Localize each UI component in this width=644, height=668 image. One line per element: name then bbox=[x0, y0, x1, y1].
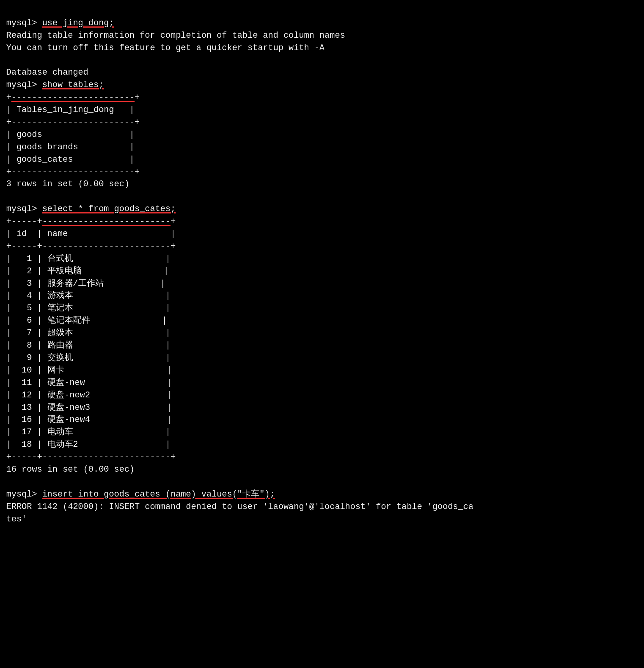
prompt-1: mysql> bbox=[6, 18, 42, 28]
table-border-1: +------------------------+ bbox=[6, 93, 140, 102]
prompt-3: mysql> bbox=[6, 204, 42, 214]
table2-row-8: | 8 | 路由器 | bbox=[6, 341, 170, 350]
table2-row-16: | 16 | 硬盘-new4 | bbox=[6, 415, 172, 425]
table2-border-3: +-----+-------------------------+ bbox=[6, 452, 176, 462]
table-header-1: | Tables_in_jing_dong | bbox=[6, 105, 135, 115]
table2-row-9: | 9 | 交换机 | bbox=[6, 353, 170, 363]
table2-row-10: | 10 | 网卡 | bbox=[6, 365, 172, 375]
table2-border-1: +-----+-------------------------+ bbox=[6, 217, 176, 226]
info-1: Reading table information for completion… bbox=[6, 31, 345, 40]
table2-row-18: | 18 | 电动车2 | bbox=[6, 440, 170, 449]
table2-row-5: | 5 | 笔记本 | bbox=[6, 303, 170, 313]
result-2: 16 rows in set (0.00 sec) bbox=[6, 465, 135, 474]
table2-row-7: | 7 | 超级本 | bbox=[6, 328, 170, 338]
error-line-2: tes' bbox=[6, 514, 27, 524]
cmd-1: use jing_dong; bbox=[42, 18, 114, 28]
result-1: 3 rows in set (0.00 sec) bbox=[6, 179, 130, 189]
cmd-2: show tables; bbox=[42, 80, 103, 90]
table2-header: | id | name | bbox=[6, 229, 176, 239]
table2-row-11: | 11 | 硬盘-new | bbox=[6, 378, 172, 388]
table-border-3: +------------------------+ bbox=[6, 167, 140, 177]
info-2: You can turn off this feature to get a q… bbox=[6, 43, 325, 53]
table-row-brands: | goods_brands | bbox=[6, 142, 135, 152]
table-row-goods: | goods | bbox=[6, 130, 135, 140]
table2-row-3: | 3 | 服务器/工作站 | bbox=[6, 279, 165, 289]
terminal-output: mysql> use jing_dong; Reading table info… bbox=[6, 5, 638, 525]
error-line-1: ERROR 1142 (42000): INSERT command denie… bbox=[6, 502, 473, 512]
table2-row-1: | 1 | 台式机 | bbox=[6, 254, 170, 264]
cmd-3: select * from goods_cates; bbox=[42, 204, 175, 214]
table-border-2: +------------------------+ bbox=[6, 117, 140, 127]
prompt-4: mysql> bbox=[6, 490, 42, 499]
table2-row-4: | 4 | 游戏本 | bbox=[6, 291, 170, 301]
table2-row-6: | 6 | 笔记本配件 | bbox=[6, 316, 167, 325]
info-3: Database changed bbox=[6, 68, 88, 77]
table2-row-13: | 13 | 硬盘-new3 | bbox=[6, 403, 172, 413]
table2-row-12: | 12 | 硬盘-new2 | bbox=[6, 390, 172, 400]
cmd-4: insert into goods_cates (name) values("卡… bbox=[42, 490, 275, 499]
table2-row-2: | 2 | 平板电脑 | bbox=[6, 266, 169, 276]
prompt-2: mysql> bbox=[6, 80, 42, 90]
table-row-cates: | goods_cates | bbox=[6, 155, 135, 164]
table2-border-2: +-----+-------------------------+ bbox=[6, 241, 176, 251]
table2-row-17: | 17 | 电动车 | bbox=[6, 427, 170, 437]
